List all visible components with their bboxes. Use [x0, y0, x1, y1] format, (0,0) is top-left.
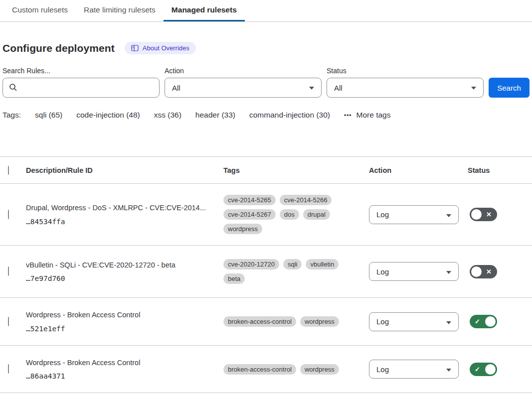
row-checkbox[interactable] — [8, 210, 9, 219]
column-header-description: Description/Rule ID — [26, 166, 223, 174]
rule-description: Wordpress - Broken Access Control — [26, 310, 213, 320]
rule-status-toggle[interactable]: ✕ — [470, 208, 497, 221]
tag-pill: broken-access-control — [223, 364, 296, 375]
tag-pill: wordpress — [300, 316, 339, 327]
rules-table: Description/Rule ID Tags Action Status D… — [0, 156, 532, 393]
rule-description: Drupal, Wordpress - DoS - XMLRPC - CVE:C… — [26, 203, 213, 213]
rule-tags: cve-2020-12720sqlivbulletinbeta — [223, 259, 351, 284]
rule-action-select[interactable]: Log — [369, 360, 459, 379]
rule-description: vBulletin - SQLi - CVE:CVE-2020-12720 - … — [26, 261, 213, 270]
tag-pill: cve-2014-5267 — [223, 209, 276, 220]
row-checkbox[interactable] — [8, 317, 9, 326]
chevron-down-icon — [446, 321, 451, 324]
rule-action-select[interactable]: Log — [369, 205, 459, 224]
toggle-state-icon: ✕ — [486, 208, 492, 221]
tab-custom-rulesets[interactable]: Custom rulesets — [4, 0, 76, 21]
search-rules-input[interactable] — [2, 78, 160, 98]
status-filter-label: Status — [327, 67, 484, 75]
tag-filter[interactable]: header (33) — [195, 111, 235, 120]
rule-action-value: Log — [376, 267, 389, 276]
tag-pill: cve-2014-5265 — [223, 195, 276, 205]
rule-id: …521e1eff — [26, 325, 213, 333]
rule-id: …7e97d760 — [26, 274, 213, 282]
more-tags-label: More tags — [356, 111, 391, 120]
about-overrides-badge[interactable]: About Overrides — [125, 42, 196, 54]
rule-tags: broken-access-controlwordpress — [223, 316, 351, 327]
search-rules-label: Search Rules... — [2, 67, 160, 75]
tag-filter[interactable]: command-injection (30) — [249, 111, 330, 120]
status-filter-value: All — [334, 84, 343, 92]
table-row: Wordpress - Broken Access Control …521e1… — [0, 298, 532, 346]
tag-filter[interactable]: xss (36) — [154, 111, 181, 120]
rule-action-select[interactable]: Log — [369, 262, 459, 281]
ellipsis-icon: ••• — [344, 112, 352, 119]
filter-bar: Search Rules... Action All Status All Se… — [2, 67, 530, 98]
chevron-down-icon — [446, 271, 451, 274]
tag-pill: wordpress — [223, 224, 262, 234]
action-filter-value: All — [172, 84, 180, 92]
more-tags-button[interactable]: ••• More tags — [344, 111, 391, 120]
tag-pill: drupal — [303, 209, 330, 220]
table-row: Drupal, Wordpress - DoS - XMLRPC - CVE:C… — [0, 184, 532, 246]
tags-bar: Tags: sqli (65)code-injection (48)xss (3… — [2, 111, 530, 120]
tab-rate-limiting-rulesets[interactable]: Rate limiting rulesets — [76, 0, 164, 21]
column-header-action: Action — [369, 166, 468, 174]
table-header-row: Description/Rule ID Tags Action Status — [0, 157, 532, 184]
table-body: Drupal, Wordpress - DoS - XMLRPC - CVE:C… — [0, 184, 532, 393]
action-filter-select[interactable]: All — [165, 78, 322, 98]
column-header-status: Status — [468, 166, 532, 174]
rule-status-toggle[interactable]: ✓ — [470, 363, 497, 376]
page-header: Configure deployment About Overrides — [2, 42, 532, 54]
tag-pill: broken-access-control — [223, 316, 296, 327]
toggle-state-icon: ✓ — [475, 363, 480, 376]
tag-pill: beta — [223, 273, 245, 284]
toggle-state-icon: ✕ — [486, 265, 492, 278]
ruleset-tabs: Custom rulesetsRate limiting rulesetsMan… — [0, 0, 532, 22]
tag-pill: dos — [280, 209, 299, 220]
tag-filter[interactable]: sqli (65) — [35, 111, 62, 120]
tag-pill: sqli — [283, 259, 302, 269]
status-filter-select[interactable]: All — [327, 78, 484, 98]
rule-id: …84534ffa — [26, 218, 213, 226]
rule-description: Wordpress - Broken Access Control — [26, 358, 213, 368]
tag-filter[interactable]: code-injection (48) — [76, 111, 140, 120]
table-row: vBulletin - SQLi - CVE:CVE-2020-12720 - … — [0, 246, 532, 298]
book-icon — [131, 45, 139, 51]
toggle-knob — [485, 316, 496, 327]
chevron-down-icon — [446, 369, 451, 372]
tag-pill: vbulletin — [306, 259, 339, 269]
select-all-checkbox[interactable] — [8, 166, 9, 175]
tags-bar-items: sqli (65)code-injection (48)xss (36)head… — [35, 111, 330, 120]
chevron-down-icon — [309, 87, 314, 90]
rule-status-toggle[interactable]: ✓ — [470, 315, 497, 328]
rule-action-select[interactable]: Log — [369, 312, 459, 331]
action-filter-label: Action — [165, 67, 322, 75]
toggle-knob — [471, 266, 482, 277]
rule-action-value: Log — [376, 317, 389, 326]
toggle-knob — [485, 364, 496, 375]
tag-pill: cve-2014-5266 — [280, 195, 332, 205]
rule-action-value: Log — [376, 210, 389, 219]
table-row: Wordpress - Broken Access Control …86aa4… — [0, 346, 532, 393]
chevron-down-icon — [471, 87, 476, 90]
rule-status-toggle[interactable]: ✕ — [470, 265, 497, 278]
column-header-tags: Tags — [223, 166, 369, 174]
tag-pill: cve-2020-12720 — [223, 259, 279, 269]
tag-pill: wordpress — [300, 364, 339, 375]
chevron-down-icon — [446, 214, 451, 217]
row-checkbox[interactable] — [8, 266, 9, 276]
toggle-state-icon: ✓ — [475, 315, 480, 328]
row-checkbox[interactable] — [8, 364, 9, 374]
rule-tags: cve-2014-5265cve-2014-5266cve-2014-5267d… — [223, 195, 351, 234]
about-overrides-label: About Overrides — [143, 44, 189, 52]
page-title: Configure deployment — [2, 42, 115, 54]
rule-tags: broken-access-controlwordpress — [223, 364, 351, 375]
rule-id: …86aa4371 — [26, 372, 213, 380]
tags-bar-label: Tags: — [2, 111, 21, 120]
toggle-knob — [471, 209, 482, 220]
tab-managed-rulesets[interactable]: Managed rulesets — [164, 0, 245, 21]
search-button[interactable]: Search — [489, 78, 530, 98]
rule-action-value: Log — [376, 365, 389, 374]
